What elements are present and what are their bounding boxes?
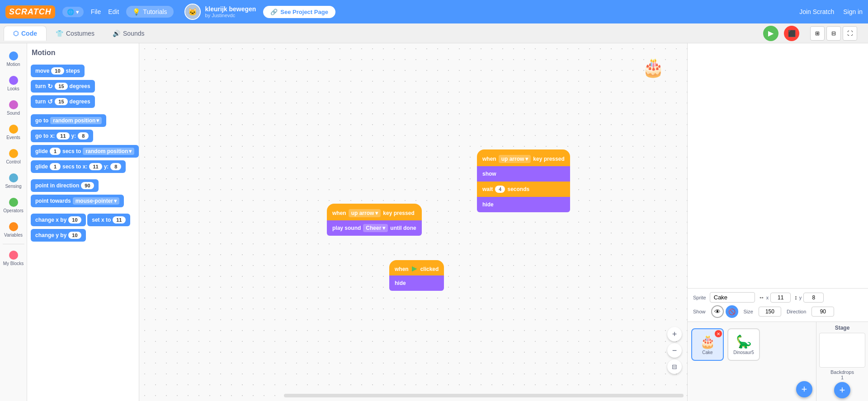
zoom-out-button[interactable]: − xyxy=(667,343,682,358)
category-motion[interactable]: Motion xyxy=(1,48,26,70)
file-menu[interactable]: File xyxy=(91,8,101,15)
script3-hide[interactable]: hide xyxy=(389,275,444,291)
eye-closed-icon: 🚫 xyxy=(728,308,736,315)
category-sensing[interactable]: Sensing xyxy=(1,170,26,192)
sprite-item-cake[interactable]: ✕ 🎂 Cake xyxy=(691,328,724,361)
zoom-in-button[interactable]: + xyxy=(667,327,682,341)
script2-hat[interactable]: when up arrow ▾ key pressed xyxy=(477,149,570,166)
category-sound[interactable]: Sound xyxy=(1,97,26,119)
stage-panel: Stage Backdrops 1 + xyxy=(816,322,868,401)
add-backdrop-button[interactable]: + xyxy=(834,382,850,398)
variables-dot xyxy=(9,222,18,231)
block-point-towards[interactable]: point towards mouse-pointer ▾ xyxy=(31,195,124,207)
script3-hat[interactable]: when clicked xyxy=(389,260,444,275)
y-coord-input[interactable] xyxy=(803,293,824,303)
direction-label: Direction xyxy=(787,309,806,314)
add-sprite-button[interactable]: + xyxy=(796,381,812,397)
x-label: x xyxy=(766,295,769,300)
show-visible-btn[interactable]: 👁 xyxy=(711,305,724,318)
category-control[interactable]: Control xyxy=(1,145,26,168)
sprite-delete-cake[interactable]: ✕ xyxy=(715,330,722,337)
sprite-name-input[interactable] xyxy=(710,292,755,303)
sound-label: Sound xyxy=(7,111,20,116)
green-flag-icon xyxy=(412,266,417,272)
sign-in-link[interactable]: Sign in xyxy=(843,8,863,15)
category-looks[interactable]: Looks xyxy=(1,72,26,95)
backdrops-label: Backdrops xyxy=(819,369,865,375)
canvas-horizontal-scrollbar[interactable] xyxy=(284,394,684,397)
blocks-category-sidebar: Motion Looks Sound Events Control Sensin… xyxy=(0,43,27,401)
category-myblocks[interactable]: My Blocks xyxy=(1,247,26,270)
globe-dropdown-arrow: ▾ xyxy=(76,9,79,15)
project-author: by Justinevdc xyxy=(205,13,256,18)
sounds-icon: 🔊 xyxy=(113,30,120,37)
join-scratch-link[interactable]: Join Scratch xyxy=(799,8,834,15)
script-1[interactable]: when up arrow ▾ key pressed play sound C… xyxy=(327,204,422,236)
layout-narrow-button[interactable]: ⊞ xyxy=(810,26,825,41)
looks-label: Looks xyxy=(7,86,19,91)
script-3[interactable]: when clicked hide xyxy=(389,260,444,291)
globe-language-button[interactable]: 🌐 ▾ xyxy=(62,7,84,17)
layout-full-button[interactable]: ⛶ xyxy=(843,26,857,41)
script1-play-sound[interactable]: play sound Cheer ▾ until done xyxy=(327,220,422,236)
sensing-label: Sensing xyxy=(5,184,21,189)
scratch-logo[interactable]: SCRATCH xyxy=(5,5,55,19)
script2-hide[interactable]: hide xyxy=(477,197,570,212)
cake-name: Cake xyxy=(702,350,712,355)
tab-code-label: Code xyxy=(21,30,37,37)
tab-sounds[interactable]: 🔊 Sounds xyxy=(104,26,153,41)
globe-icon: 🌐 xyxy=(67,9,74,15)
block-turn-ccw[interactable]: turn ↺ 15 degrees xyxy=(31,95,95,108)
block-glide-xy[interactable]: glide 1 secs to x: 11 y: 8 xyxy=(31,160,126,173)
script2-show[interactable]: show xyxy=(477,166,570,182)
block-goto-random[interactable]: go to random position ▾ xyxy=(31,114,106,127)
code-icon: ⬡ xyxy=(13,30,19,37)
block-change-y[interactable]: change y by 10 xyxy=(31,229,86,242)
sidebar-divider xyxy=(3,244,24,244)
script1-hat[interactable]: when up arrow ▾ key pressed xyxy=(327,204,422,220)
events-label: Events xyxy=(6,135,20,140)
stop-button[interactable]: ⬛ xyxy=(784,26,799,41)
tutorials-button[interactable]: 💡 Tutorials xyxy=(126,6,173,18)
canvas-area[interactable]: when up arrow ▾ key pressed play sound C… xyxy=(139,43,687,401)
script-1-blocks: when up arrow ▾ key pressed play sound C… xyxy=(327,204,422,236)
zoom-reset-button[interactable]: ⊟ xyxy=(667,359,682,374)
category-events[interactable]: Events xyxy=(1,121,26,144)
script2-wait[interactable]: wait 4 seconds xyxy=(477,182,570,197)
size-input[interactable] xyxy=(759,307,781,317)
eye-open-icon: 👁 xyxy=(714,308,721,315)
tab-code[interactable]: ⬡ Code xyxy=(4,26,47,41)
sprite-info-panel: Sprite ↔ x ↕ y Show 👁 xyxy=(688,289,868,322)
sprite-stage-row: ✕ 🎂 Cake 🦕 Dinosaur5 + Stage xyxy=(688,322,868,401)
tab-costumes[interactable]: 👕 Costumes xyxy=(47,26,104,41)
layout-medium-button[interactable]: ⊟ xyxy=(826,26,841,41)
edit-menu[interactable]: Edit xyxy=(108,8,119,15)
block-set-x[interactable]: set x to 11 xyxy=(87,214,130,226)
stage-view xyxy=(688,43,868,289)
project-title[interactable]: kleurijk bewegen xyxy=(205,5,256,13)
block-point-direction[interactable]: point in direction 90 xyxy=(31,179,99,192)
sprite-list-area: ✕ 🎂 Cake 🦕 Dinosaur5 + xyxy=(688,322,816,401)
category-operators[interactable]: Operators xyxy=(1,194,26,217)
motion-dot xyxy=(9,51,18,61)
backdrops-count: 1 xyxy=(819,375,865,380)
see-project-button[interactable]: 🔗 See Project Page xyxy=(263,6,335,18)
category-variables[interactable]: Variables xyxy=(1,219,26,241)
sprite-x-coord: ↔ x xyxy=(759,293,791,303)
block-glide-random[interactable]: glide 1 secs to random position ▾ xyxy=(31,145,139,158)
script-2[interactable]: when up arrow ▾ key pressed show wait 4 … xyxy=(477,149,570,212)
project-title-area: kleurijk bewegen by Justinevdc xyxy=(205,5,256,18)
block-change-x[interactable]: change x by 10 xyxy=(31,214,86,226)
green-flag-button[interactable]: ▶ xyxy=(763,26,778,41)
looks-dot xyxy=(9,76,18,85)
x-coord-input[interactable] xyxy=(770,293,791,303)
block-turn-cw[interactable]: turn ↻ 15 degrees xyxy=(31,80,95,93)
stage-thumb xyxy=(819,333,865,368)
direction-input[interactable] xyxy=(811,307,834,317)
sprite-item-dinosaur5[interactable]: 🦕 Dinosaur5 xyxy=(727,328,760,361)
block-goto-xy[interactable]: go to x: 11 y: 8 xyxy=(31,130,93,142)
motion-label: Motion xyxy=(6,62,20,67)
show-hidden-btn[interactable]: 🚫 xyxy=(726,305,738,318)
block-move-steps[interactable]: move 10 steps xyxy=(31,65,85,77)
cake-sprite-canvas: 🎂 xyxy=(642,57,665,78)
